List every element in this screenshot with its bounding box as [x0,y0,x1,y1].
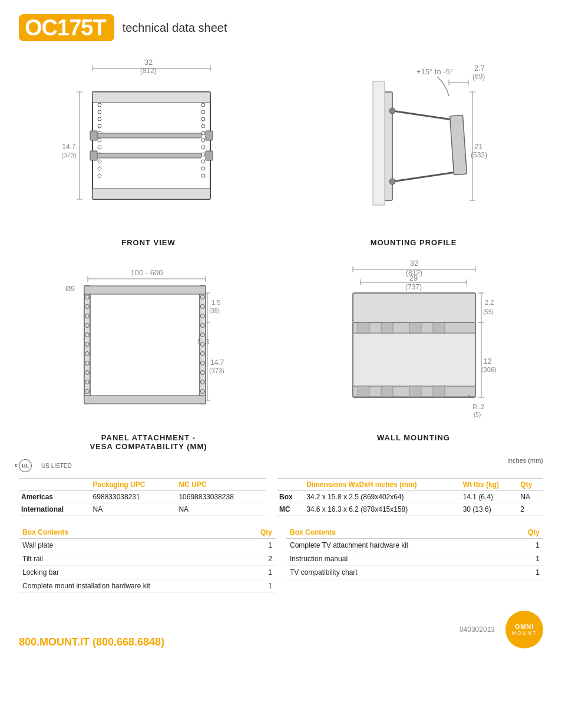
dims-row-dims: 34.2 x 15.8 x 2.5 (869x402x64) [304,491,461,503]
svg-rect-126 [381,322,393,333]
panel-attachment-label: PANEL ATTACHMENT - VESA COMPATABILITY (m… [90,433,207,451]
svg-text:(737): (737) [405,283,422,291]
svg-text:100 - 600: 100 - 600 [131,268,163,277]
svg-text:12: 12 [484,357,492,365]
svg-text:(69): (69) [472,73,485,81]
contents-right-item-name: Instruction manual [286,552,510,566]
svg-point-26 [201,117,205,121]
mounting-profile-cell: +15° to -5° 2.7 (69) 21 (533) [284,52,543,247]
contents-table-left: Box Contents Qty Wall plate 1 Tilt rail … [19,526,276,593]
svg-point-14 [98,110,101,114]
contents-right-row: TV compatibility chart 1 [286,566,543,579]
svg-text:(533): (533) [471,151,487,159]
contents-left-item-name: Tilt rail [19,552,244,566]
svg-rect-40 [206,151,213,160]
svg-rect-121 [353,293,475,322]
svg-text:(306): (306) [481,366,497,373]
footer-code: 040302013 [459,625,495,634]
ul-badge: UL [19,459,32,472]
svg-text:21: 21 [474,142,482,151]
svg-text:(373): (373) [209,367,224,374]
svg-point-32 [201,160,205,163]
dims-row-qty: 2 [518,503,543,516]
dims-col-wt: Wt lbs (kg) [461,479,518,491]
omni-text-mount: MOUNT [512,630,537,636]
svg-rect-98 [84,286,206,294]
contents-right-row: Complete TV attachment hardware kit 1 [286,539,543,552]
panel-attachment-cell: Ø9 100 - 600 503 1.5 (38) 14.7 (373) [19,253,278,451]
svg-text:1.5: 1.5 [211,299,220,306]
contents-right-row: Instruction manual 1 [286,552,543,566]
svg-point-13 [98,103,101,107]
svg-point-31 [201,153,205,156]
dims-row-qty: NA [518,491,543,503]
upc-row-mc: NA [176,503,266,516]
dims-row-label: Box [277,491,304,503]
svg-text:14.7: 14.7 [62,143,76,151]
svg-rect-127 [409,322,421,333]
contents-right-item-name: TV compatibility chart [286,566,510,579]
upc-row-label: Americas [19,491,91,503]
omni-text-omni: OMNI [515,623,534,630]
upc-table-row: International NA NA [19,503,266,516]
contents-left-item-qty: 1 [244,579,276,593]
wall-mounting-svg: 32 (812) 29 (737) 2.2 (55) 12 (306) [322,253,505,430]
upc-row-mc: 10698833038238 [176,491,266,503]
svg-point-18 [98,139,101,142]
svg-point-16 [98,124,101,128]
upc-row-pkg: 698833038231 [91,491,177,503]
svg-rect-128 [433,322,445,333]
omni-circle: OMNI MOUNT [505,611,543,648]
contents-left-qty-header: Qty [244,526,276,539]
upc-table: Packaging UPC MC UPC Americas 6988330382… [19,478,266,516]
svg-point-30 [201,146,205,149]
contents-right-title: Box Contents [286,526,510,539]
contents-left-row: Wall plate 1 [19,539,276,552]
footer: 800.MOUNT.IT (800.668.6848) 040302013 OM… [19,611,543,648]
svg-point-34 [201,174,205,177]
panel-attachment-svg: Ø9 100 - 600 503 1.5 (38) 14.7 (373) [57,253,240,430]
wall-mounting-label: WALL MOUNTING [377,433,450,442]
svg-rect-130 [381,386,393,397]
contents-right-qty-header: Qty [510,526,543,539]
svg-rect-125 [358,322,369,333]
svg-rect-53 [373,81,385,205]
svg-point-28 [201,131,205,135]
contents-right-item-qty: 1 [510,539,543,552]
contents-left-row: Tilt rail 2 [19,552,276,566]
svg-rect-37 [90,131,97,140]
box-contents-right: Box Contents Qty Complete TV attachment … [286,526,543,593]
svg-text:29: 29 [409,274,418,282]
omni-logo: OMNI MOUNT [505,611,543,648]
ul-listed: UL US LISTED [19,459,72,472]
svg-text:(5): (5) [474,411,481,418]
svg-rect-36 [95,153,201,158]
svg-point-27 [201,124,205,128]
front-view-svg: 32 (812) 14.7 (373) [57,52,240,235]
svg-rect-38 [90,151,97,160]
svg-text:2.7: 2.7 [474,64,485,73]
svg-text:32: 32 [144,58,153,67]
dims-table-row: Box 34.2 x 15.8 x 2.5 (869x402x64) 14.1 … [277,491,543,503]
svg-point-24 [201,103,205,107]
svg-rect-35 [95,133,201,138]
inches-mm-label: inches (mm) [507,457,543,464]
svg-point-25 [201,110,205,114]
svg-rect-39 [206,131,213,140]
mounting-profile-svg: +15° to -5° 2.7 (69) 21 (533) [322,52,505,235]
front-view-label: FRONT VIEW [121,238,176,247]
dims-table: Dimensions WxDxH inches (mm) Wt lbs (kg)… [277,478,543,516]
dims-row-dims: 34.6 x 16.3 x 6.2 (878x415x158) [304,503,461,516]
upc-col-pkg: Packaging UPC [91,479,177,491]
specs-section: Packaging UPC MC UPC Americas 6988330382… [19,478,543,516]
svg-rect-132 [433,386,445,397]
contents-right-item-qty: 1 [510,552,543,566]
contents-right-item-name: Complete TV attachment hardware kit [286,539,510,552]
contents-left-title: Box Contents [19,526,244,539]
svg-text:(373): (373) [61,151,77,159]
wall-mounting-cell: 32 (812) 29 (737) 2.2 (55) 12 (306) [284,253,543,451]
svg-text:2.2: 2.2 [485,299,494,306]
upc-col-region [19,479,91,491]
svg-point-22 [98,167,101,170]
dims-col-dims: Dimensions WxDxH inches (mm) [304,479,461,491]
